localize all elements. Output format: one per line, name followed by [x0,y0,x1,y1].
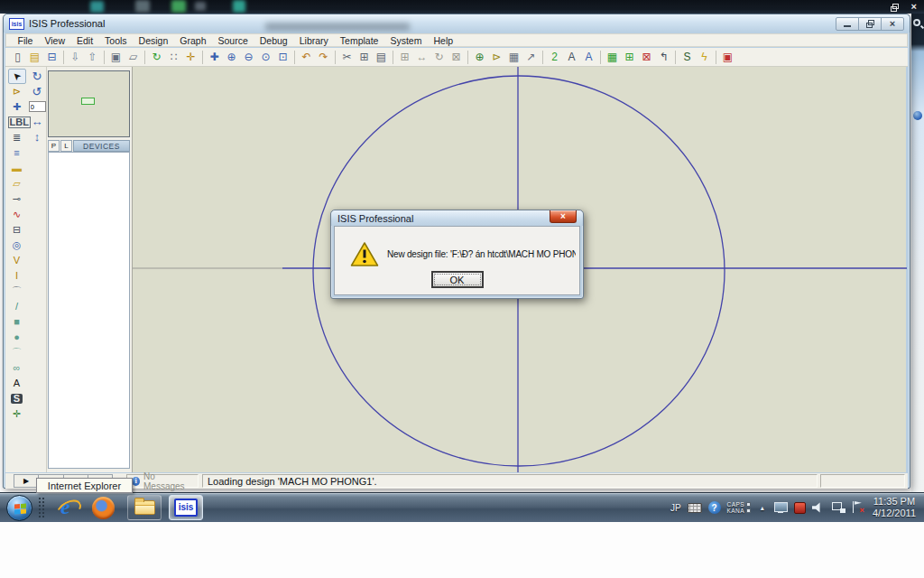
firefox-button[interactable] [92,497,115,519]
zoom-area-icon[interactable]: ⊡ [274,50,291,65]
rotation-angle-input[interactable] [29,101,46,112]
dialog-ok-button[interactable]: OK [431,271,484,288]
minimize-button[interactable] [836,17,859,31]
2d-arc-icon[interactable]: ⌒ [8,345,26,360]
ime-mode-indicator[interactable]: CAPS KANA [727,501,751,514]
packaging-tool-icon[interactable]: ▦ [505,50,522,65]
toggle-grid-icon[interactable]: ∷ [165,50,182,65]
explorer-button[interactable] [127,495,162,520]
text-script-icon[interactable]: ≣ [8,130,26,145]
component-mode-icon[interactable]: ⊳ [8,84,26,99]
netlist-to-ares-icon[interactable]: ▣ [719,50,736,65]
menu-item[interactable]: Edit [71,35,99,46]
subcircuit-mode-icon[interactable]: ▬ [8,161,26,176]
generator-mode-icon[interactable]: ◎ [8,238,26,253]
internet-explorer-button[interactable]: e [56,496,79,519]
2d-symbol-icon[interactable]: S [8,391,26,406]
save-design-icon[interactable]: ⊟ [43,50,60,65]
language-indicator[interactable]: JP [670,503,681,513]
zoom-out-icon[interactable]: ⊖ [240,50,257,65]
library-manager-button[interactable]: L [60,140,72,152]
taskbar-clock[interactable]: 11:35 PM 4/12/2011 [869,496,919,519]
dialog-titlebar[interactable]: ISIS Professional [331,210,583,226]
pan-icon[interactable]: ✚ [206,50,223,65]
close-button[interactable]: × [881,17,904,31]
wire-autorouter-icon[interactable]: 2 [546,50,563,65]
flip-vertical-icon[interactable]: ↕ [29,129,46,144]
2d-circle-icon[interactable]: ● [8,330,26,345]
menu-item[interactable]: View [39,35,71,46]
menu-item[interactable]: Help [428,35,459,46]
block-delete-icon[interactable]: ⊠ [448,50,465,65]
open-design-icon[interactable]: ▤ [26,50,43,65]
rotate-clockwise-icon[interactable]: ↻ [29,69,46,84]
show-hidden-icons-button[interactable]: ▴ [757,504,768,512]
dialog-close-button[interactable]: × [550,210,577,223]
2d-line-icon[interactable]: / [8,299,26,314]
copy-icon[interactable]: ⊞ [356,50,373,65]
menu-item[interactable]: Tools [99,35,134,46]
voltage-probe-icon[interactable]: V [8,253,26,268]
current-probe-icon[interactable]: I [8,268,26,284]
buses-mode-icon[interactable]: ≡ [8,145,26,161]
keyboard-layout-icon[interactable] [688,503,702,513]
pick-device-icon[interactable]: ⊕ [471,50,488,65]
2d-path-icon[interactable]: ∞ [8,360,26,376]
bill-of-materials-icon[interactable]: S [679,50,696,65]
flip-horizontal-icon[interactable]: ↔ [29,114,46,129]
import-section-icon[interactable]: ⇩ [67,50,84,65]
start-button[interactable] [6,495,32,521]
remove-sheet-icon[interactable]: ⊠ [638,50,655,65]
new-sheet-icon[interactable]: ⊞ [621,50,638,65]
mark-output-area-icon[interactable]: ▱ [125,50,142,65]
decompose-icon[interactable]: ↗ [522,50,540,65]
isis-taskbar-button[interactable]: isis [169,495,203,520]
menu-item[interactable]: Debug [254,35,293,46]
undo-icon[interactable]: ↶ [298,50,315,65]
search-tag-icon[interactable]: A [563,50,580,65]
rotate-anticlockwise-icon[interactable]: ↺ [29,84,46,99]
security-tray-icon[interactable] [794,502,806,514]
menu-item[interactable]: System [384,35,428,46]
virtual-instruments-icon[interactable]: ⌒ [8,284,26,299]
menu-item[interactable]: Graph [174,35,212,46]
block-rotate-icon[interactable]: ↻ [430,50,448,65]
make-device-icon[interactable]: ⊳ [488,50,505,65]
device-pins-icon[interactable]: ⊸ [8,191,26,207]
background-close-button[interactable]: × [911,1,917,13]
paste-icon[interactable]: ▤ [373,50,390,65]
volume-tray-icon[interactable] [812,502,826,513]
menu-item[interactable]: File [12,35,39,46]
junction-dot-icon[interactable]: ✚ [8,99,26,115]
cut-icon[interactable]: ✂ [338,50,356,65]
export-section-icon[interactable]: ⇧ [84,50,101,65]
selection-pointer-icon[interactable]: ➤ [8,69,26,84]
ime-help-icon[interactable]: ? [708,501,721,514]
titlebar[interactable]: isis ISIS Professional × [4,14,910,33]
2d-box-icon[interactable]: ■ [8,314,26,330]
new-design-icon[interactable]: ▯ [9,50,26,65]
overview-window[interactable] [48,70,130,137]
tape-recorder-icon[interactable]: ⊟ [8,222,26,238]
wire-label-icon[interactable]: LBL [8,115,26,130]
print-design-icon[interactable]: ▣ [107,50,125,65]
zoom-all-icon[interactable]: ⊙ [257,50,274,65]
pick-devices-button[interactable]: P [48,140,60,152]
menu-item[interactable]: Template [334,35,384,46]
display-tray-icon[interactable] [774,502,788,513]
network-tray-icon[interactable] [832,502,845,513]
zoom-in-icon[interactable]: ⊕ [223,50,240,65]
action-center-icon[interactable]: × [852,501,863,514]
block-move-icon[interactable]: ↔ [413,50,430,65]
goto-sheet-icon[interactable]: ↰ [655,50,672,65]
design-explorer-icon[interactable]: ▦ [604,50,621,65]
graph-mode-icon[interactable]: ∿ [8,207,26,222]
restore-button[interactable] [858,17,882,31]
menu-item[interactable]: Library [293,35,334,46]
block-copy-icon[interactable]: ⊞ [396,50,413,65]
property-assignment-icon[interactable]: A [580,50,597,65]
terminals-mode-icon[interactable]: ▱ [8,176,26,191]
toggle-origin-icon[interactable]: ✛ [182,50,199,65]
redo-icon[interactable]: ↷ [315,50,332,65]
2d-text-icon[interactable]: A [8,376,26,391]
